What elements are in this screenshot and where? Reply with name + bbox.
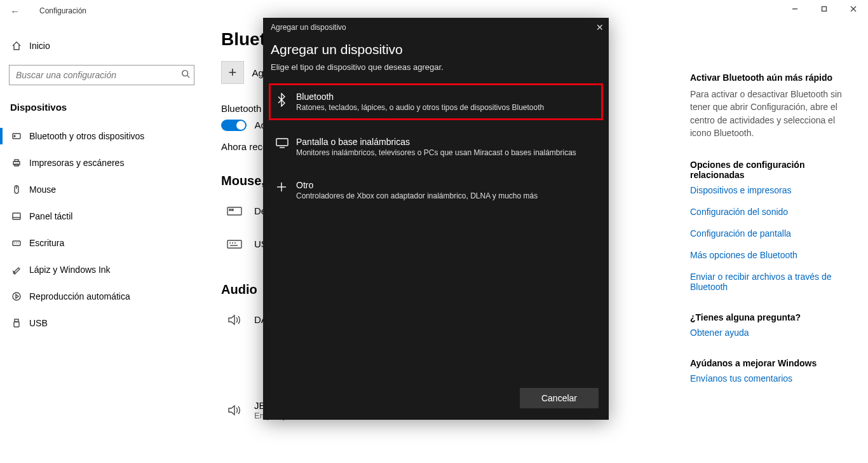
svg-point-19	[13, 293, 20, 300]
option-bluetooth[interactable]: Bluetooth Ratones, teclados, lápices, o …	[269, 83, 603, 120]
plus-icon	[276, 180, 296, 195]
window-title: Configuración	[39, 6, 86, 15]
option-other[interactable]: Otro Controladores de Xbox con adaptador…	[271, 174, 601, 207]
option-title: Otro	[296, 180, 538, 190]
sidebar-item-label: Impresoras y escáneres	[29, 158, 124, 168]
dialog-title-small: Agregar un dispositivo	[271, 23, 346, 32]
sidebar-item-label: Reproducción automática	[29, 291, 130, 301]
sidebar-item-label: Escritura	[29, 238, 64, 248]
svg-rect-23	[229, 209, 231, 211]
question-heading: ¿Tienes alguna pregunta?	[690, 312, 857, 322]
home-icon	[11, 41, 29, 51]
link-get-help[interactable]: Obtener ayuda	[690, 328, 857, 338]
speaker-icon	[226, 403, 254, 417]
svg-rect-24	[232, 209, 233, 211]
link-sound-settings[interactable]: Configuración del sonido	[690, 207, 857, 217]
svg-rect-13	[13, 213, 20, 219]
link-feedback[interactable]: Envíanos tus comentarios	[690, 373, 857, 384]
bluetooth-toggle[interactable]	[221, 120, 247, 131]
home-label: Inicio	[29, 41, 50, 51]
maximize-button[interactable]	[810, 0, 839, 18]
sidebar-item-mouse[interactable]: Mouse	[8, 176, 196, 203]
dialog-close-button[interactable]: ✕	[596, 22, 604, 32]
option-title: Bluetooth	[296, 92, 544, 102]
bluetooth-icon	[11, 131, 29, 141]
sidebar-item-label: Bluetooth y otros dispositivos	[29, 131, 144, 141]
sidebar-item-label: USB	[29, 318, 48, 328]
svg-rect-9	[15, 160, 18, 162]
back-button[interactable]: ←	[10, 6, 28, 17]
autoplay-icon	[11, 291, 29, 301]
svg-rect-25	[227, 240, 241, 248]
svg-line-5	[187, 76, 190, 78]
minimize-button[interactable]	[780, 0, 810, 18]
link-send-receive-bt[interactable]: Enviar o recibir archivos a través de Bl…	[690, 272, 857, 292]
sidebar-item-printers[interactable]: Impresoras y escáneres	[8, 149, 196, 176]
search-box[interactable]	[9, 65, 194, 85]
option-desc: Controladores de Xbox con adaptador inal…	[296, 191, 538, 200]
bluetooth-icon	[276, 92, 296, 109]
sidebar-item-label: Mouse	[29, 184, 56, 195]
home-row[interactable]: Inicio	[8, 33, 196, 59]
sidebar-item-pen[interactable]: Lápiz y Windows Ink	[8, 256, 196, 283]
svg-rect-30	[276, 139, 288, 146]
sidebar-item-label: Lápiz y Windows Ink	[29, 265, 111, 275]
option-wireless-display[interactable]: Pantalla o base inalámbricas Monitores i…	[271, 130, 601, 163]
add-device-button[interactable]: +	[221, 61, 244, 84]
svg-point-7	[14, 135, 15, 137]
keyboard-icon	[11, 238, 29, 248]
dialog-title: Agregar un dispositivo	[271, 42, 601, 57]
improve-heading: Ayúdanos a mejorar Windows	[690, 358, 857, 368]
option-desc: Ratones, teclados, lápices, o audio y ot…	[296, 103, 544, 112]
related-heading: Opciones de configuración relacionadas	[690, 160, 857, 180]
mouse-icon	[11, 184, 29, 195]
svg-rect-21	[14, 322, 19, 327]
cancel-button[interactable]: Cancelar	[520, 388, 599, 408]
svg-point-4	[182, 71, 188, 76]
touchpad-icon	[11, 211, 29, 221]
speaker-icon	[226, 313, 254, 327]
usb-icon	[11, 318, 29, 328]
tip-text: Para activar o desactivar Bluetooth sin …	[690, 88, 857, 139]
pen-icon	[11, 265, 29, 275]
info-panel: Activar Bluetooth aún más rápido Para ac…	[690, 22, 868, 463]
add-device-dialog: Agregar un dispositivo ✕ Agregar un disp…	[263, 18, 609, 420]
sidebar-item-touchpad[interactable]: Panel táctil	[8, 203, 196, 230]
svg-rect-22	[227, 207, 241, 215]
link-devices-printers[interactable]: Dispositivos e impresoras	[690, 185, 857, 195]
close-window-button[interactable]	[839, 0, 868, 18]
sidebar-item-bluetooth[interactable]: Bluetooth y otros dispositivos	[8, 123, 196, 149]
tip-heading: Activar Bluetooth aún más rápido	[690, 73, 857, 83]
option-desc: Monitores inalámbricos, televisores o PC…	[296, 148, 576, 157]
search-input[interactable]	[16, 70, 181, 80]
dialog-hint: Elige el tipo de dispositivo que deseas …	[271, 62, 601, 72]
keyboard-icon	[226, 205, 254, 218]
keyboard-icon	[226, 238, 254, 251]
sidebar: Inicio Dispositivos Bluetooth y otros di…	[0, 22, 203, 463]
printer-icon	[11, 158, 29, 168]
sidebar-item-typing[interactable]: Escritura	[8, 230, 196, 256]
monitor-icon	[276, 137, 296, 151]
sidebar-heading: Dispositivos	[8, 97, 196, 119]
svg-rect-1	[822, 7, 827, 11]
sidebar-item-autoplay[interactable]: Reproducción automática	[8, 283, 196, 310]
sidebar-item-usb[interactable]: USB	[8, 310, 196, 336]
link-more-bluetooth[interactable]: Más opciones de Bluetooth	[690, 250, 857, 260]
link-display-settings[interactable]: Configuración de pantalla	[690, 228, 857, 238]
search-icon	[181, 69, 190, 81]
option-title: Pantalla o base inalámbricas	[296, 137, 576, 147]
sidebar-item-label: Panel táctil	[29, 211, 72, 221]
